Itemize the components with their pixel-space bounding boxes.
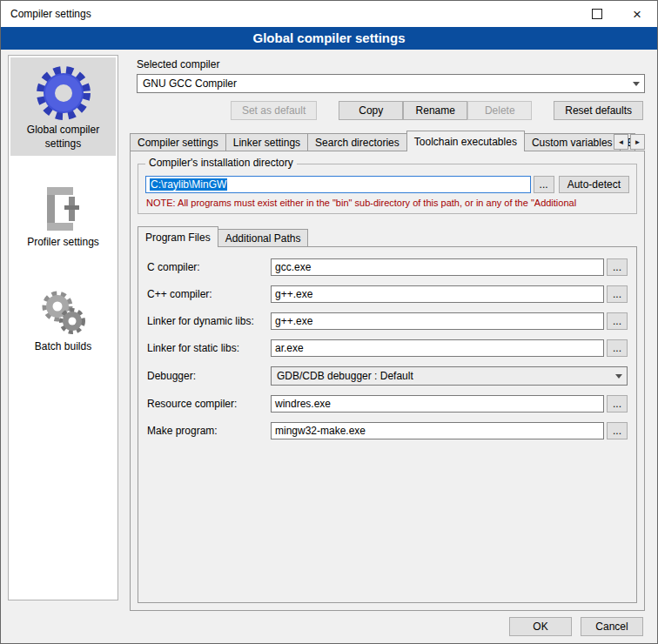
field-value: g++.exe <box>275 315 312 327</box>
main-panel: Selected compiler GNU GCC Compiler Set a… <box>130 55 645 611</box>
tab-compiler-settings[interactable]: Compiler settings <box>130 133 226 151</box>
tab-search-directories[interactable]: Search directories <box>307 133 407 151</box>
field-label: C++ compiler: <box>147 288 271 300</box>
copy-button[interactable]: Copy <box>339 101 403 120</box>
browse-static-linker-button[interactable]: ... <box>607 339 628 357</box>
ok-button[interactable]: OK <box>509 617 572 636</box>
dialog-footer: OK Cancel <box>509 617 643 636</box>
field-label: Linker for dynamic libs: <box>147 315 271 327</box>
rename-button[interactable]: Rename <box>403 101 467 120</box>
sidebar-item-global-compiler-settings[interactable]: Global compiler settings <box>10 57 116 156</box>
blue-gear-icon <box>12 63 114 124</box>
field-value: GDB/CDB debugger : Default <box>277 370 413 382</box>
selected-compiler-combo[interactable]: GNU GCC Compiler <box>137 74 645 93</box>
field-value: windres.exe <box>275 398 331 410</box>
installation-directory-value: C:\raylib\MinGW <box>150 178 227 191</box>
selected-compiler-label: Selected compiler <box>137 58 645 71</box>
form-row: Linker for dynamic libs: g++.exe ... <box>147 312 628 330</box>
gray-gears-icon <box>12 286 114 340</box>
field-label: C compiler: <box>147 261 271 273</box>
field-value: ar.exe <box>275 342 304 354</box>
installation-directory-group: Compiler's installation directory C:\ray… <box>138 164 637 214</box>
selected-compiler-value: GNU GCC Compiler <box>143 77 237 90</box>
form-row: Linker for static libs: ar.exe ... <box>147 339 628 357</box>
tab-scroll-left-button[interactable]: ◄ <box>614 134 628 150</box>
compiler-actions: Set as default Copy Rename Delete Reset … <box>130 101 645 120</box>
tab-toolchain-executables[interactable]: Toolchain executables <box>406 131 525 151</box>
field-label: Make program: <box>147 425 271 437</box>
clamp-icon <box>12 182 114 236</box>
browse-dynamic-linker-button[interactable]: ... <box>607 312 628 330</box>
note-text: NOTE: All programs must exist either in … <box>146 198 629 208</box>
reset-defaults-button[interactable]: Reset defaults <box>554 101 643 120</box>
tab-custom-variables[interactable]: Custom variables <box>524 133 621 151</box>
tab-scroll-right-button[interactable]: ► <box>630 134 645 150</box>
browse-resource-compiler-button[interactable]: ... <box>607 395 628 413</box>
sidebar-item-label: Batch builds <box>12 340 114 354</box>
window-title: Compiler settings <box>10 8 91 20</box>
make-program-input[interactable]: mingw32-make.exe <box>271 422 604 439</box>
program-files-panel: C compiler: gcc.exe ... C++ compiler: g+… <box>138 246 637 603</box>
field-value: g++.exe <box>275 288 312 300</box>
program-files-tabstrip: Program Files Additional Paths <box>138 226 637 247</box>
close-icon: × <box>633 7 641 22</box>
form-row: C compiler: gcc.exe ... <box>147 258 628 276</box>
maximize-icon <box>592 9 602 19</box>
form-row: Debugger: GDB/CDB debugger : Default <box>147 366 628 386</box>
form-row: Make program: mingw32-make.exe ... <box>147 422 628 439</box>
form-row: C++ compiler: g++.exe ... <box>147 285 628 303</box>
right-arrow-icon: ► <box>634 138 641 146</box>
c-compiler-input[interactable]: gcc.exe <box>271 258 604 276</box>
field-label: Resource compiler: <box>147 398 271 410</box>
installation-directory-input[interactable]: C:\raylib\MinGW <box>145 176 531 193</box>
resource-compiler-input[interactable]: windres.exe <box>271 395 604 413</box>
chevron-down-icon <box>628 75 644 92</box>
dialog-banner: Global compiler settings <box>1 27 657 50</box>
browse-make-program-button[interactable]: ... <box>607 422 628 439</box>
close-button[interactable]: × <box>617 1 657 27</box>
sidebar: Global compiler settings Profiler settin… <box>8 55 118 600</box>
auto-detect-button[interactable]: Auto-detect <box>559 176 629 193</box>
tab-linker-settings[interactable]: Linker settings <box>225 133 308 151</box>
browse-directory-button[interactable]: ... <box>534 176 554 193</box>
cancel-button[interactable]: Cancel <box>581 617 643 636</box>
form-row: Resource compiler: windres.exe ... <box>147 395 628 413</box>
main-tabstrip: Compiler settings Linker settings Search… <box>130 131 645 151</box>
cpp-compiler-input[interactable]: g++.exe <box>271 285 604 303</box>
browse-c-compiler-button[interactable]: ... <box>607 258 628 276</box>
field-value: gcc.exe <box>275 261 311 273</box>
static-linker-input[interactable]: ar.exe <box>271 339 604 357</box>
compiler-settings-dialog: Compiler settings × Global compiler sett… <box>0 0 658 644</box>
sidebar-item-profiler-settings[interactable]: Profiler settings <box>10 177 116 255</box>
group-title: Compiler's installation directory <box>145 157 297 169</box>
field-label: Debugger: <box>147 370 271 382</box>
sidebar-item-label: Global compiler settings <box>12 124 114 151</box>
tab-program-files[interactable]: Program Files <box>138 226 218 247</box>
field-label: Linker for static libs: <box>147 342 271 354</box>
toolchain-executables-panel: Compiler's installation directory C:\ray… <box>130 151 645 611</box>
caption-buttons: × <box>577 1 657 27</box>
maximize-button[interactable] <box>577 1 617 27</box>
dynamic-linker-input[interactable]: g++.exe <box>271 312 604 330</box>
sidebar-item-batch-builds[interactable]: Batch builds <box>10 281 116 359</box>
set-as-default-button: Set as default <box>231 101 317 120</box>
left-arrow-icon: ◄ <box>618 138 625 146</box>
tab-scroll-buttons: ◄ ► <box>614 134 645 150</box>
titlebar[interactable]: Compiler settings × <box>1 1 657 27</box>
field-value: mingw32-make.exe <box>275 425 366 437</box>
delete-button: Delete <box>467 101 532 120</box>
browse-cpp-compiler-button[interactable]: ... <box>607 285 628 303</box>
chevron-down-icon <box>610 367 627 385</box>
debugger-combo[interactable]: GDB/CDB debugger : Default <box>271 366 628 386</box>
sidebar-item-label: Profiler settings <box>12 236 114 250</box>
tab-additional-paths[interactable]: Additional Paths <box>218 229 309 247</box>
